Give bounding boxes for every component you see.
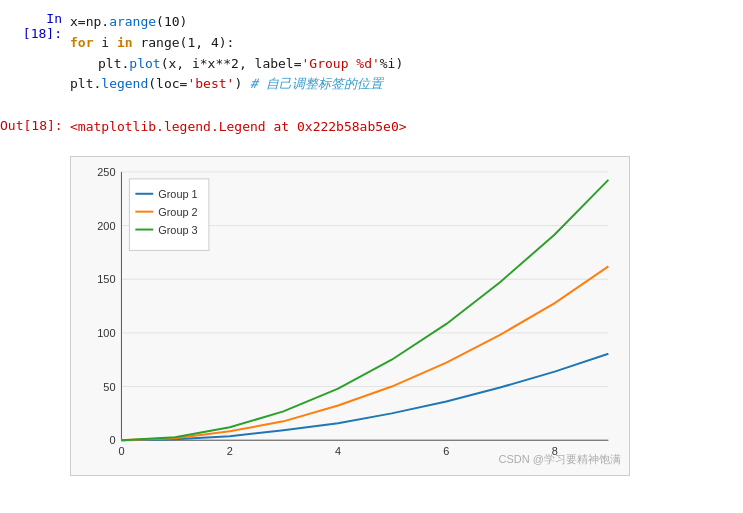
svg-text:6: 6: [443, 445, 449, 457]
code-line-4: plt.legend(loc='best') # 自己调整标签的位置: [70, 74, 743, 95]
svg-text:Group 1: Group 1: [158, 188, 197, 200]
svg-text:Group 3: Group 3: [158, 224, 197, 236]
code-token: x: [70, 14, 78, 29]
svg-text:100: 100: [97, 327, 115, 339]
cell-in-label: In [18]:: [0, 10, 70, 41]
watermark-text: CSDN @学习要精神饱满: [499, 452, 621, 467]
code-line-3: plt.plot(x, i*x**2, label='Group %d'%i): [70, 54, 743, 75]
svg-text:0: 0: [109, 434, 115, 446]
svg-text:150: 150: [97, 273, 115, 285]
code-line-1: x=np.arange(10): [70, 12, 743, 33]
cell-out-label: Out[18]:: [0, 117, 70, 133]
code-content: x=np.arange(10) for i in range(1, 4): pl…: [70, 10, 743, 97]
notebook-cell-out: Out[18]: <matplotlib.legend.Legend at 0x…: [0, 107, 743, 146]
output-text: <matplotlib.legend.Legend at 0x222b58ab5…: [70, 117, 407, 136]
output-content: <matplotlib.legend.Legend at 0x222b58ab5…: [70, 117, 743, 136]
svg-text:2: 2: [227, 445, 233, 457]
svg-text:Group 2: Group 2: [158, 206, 197, 218]
svg-text:250: 250: [97, 166, 115, 178]
svg-text:4: 4: [335, 445, 341, 457]
svg-text:50: 50: [103, 381, 115, 393]
chart-svg: 0 50 100 150 200 250 0 2 4 6 8: [71, 157, 629, 475]
code-line-2: for i in range(1, 4):: [70, 33, 743, 54]
svg-text:0: 0: [118, 445, 124, 457]
notebook-cell-in: In [18]: x=np.arange(10) for i in range(…: [0, 0, 743, 107]
svg-text:200: 200: [97, 220, 115, 232]
chart-container: 0 50 100 150 200 250 0 2 4 6 8: [70, 156, 630, 476]
